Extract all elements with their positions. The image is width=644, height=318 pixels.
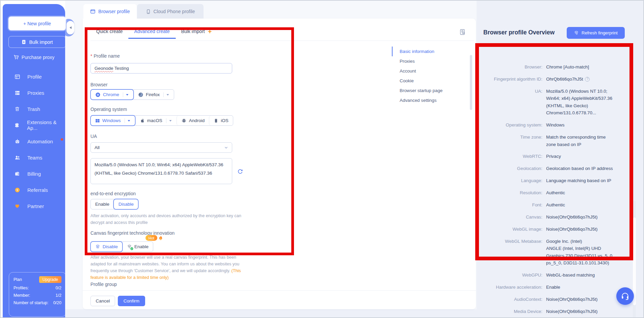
overview-scrollbar-thumb[interactable] (633, 218, 636, 305)
sidebar-item-extensions[interactable]: Extensions & Ap... (3, 117, 65, 133)
firefox-icon (138, 92, 143, 97)
sidebar-menu: Profile Proxies Trash Extensions & Ap...… (3, 68, 65, 214)
overview-row-value: Geolocation based on IP address (546, 165, 630, 172)
e2e-disable-button[interactable]: Disable (114, 199, 138, 209)
ua-textarea[interactable]: Mozilla/5.0 (Windows NT 10.0; Win64; x64… (90, 158, 232, 184)
robot-icon (14, 139, 20, 144)
support-button[interactable] (616, 287, 634, 305)
tab-quick-create[interactable]: Quick create (96, 29, 123, 34)
svg-text:$: $ (17, 189, 18, 192)
option-label: macOS (147, 118, 162, 123)
option-label: Windows (102, 118, 121, 123)
chevron-down-icon[interactable] (127, 119, 131, 122)
section-nav-account[interactable]: Account (392, 66, 466, 76)
sidebar-item-proxies[interactable]: Proxies (3, 85, 65, 101)
e2e-label: end-to-end encryption (90, 191, 136, 196)
option-label: Android (189, 118, 205, 123)
overview-row-label: Geolocation: (483, 165, 542, 172)
button-label: Refresh fingerprint (582, 30, 618, 35)
tab-cloud-phone-profile[interactable]: Cloud Phone profile (137, 4, 204, 19)
fingerprint-icon (95, 244, 100, 249)
footer-divider (83, 290, 476, 291)
browser-options: Chrome Firefox (90, 89, 174, 100)
profile-group-label: Profile group (90, 282, 117, 287)
refresh-fingerprint-button[interactable]: Refresh fingerprint (567, 27, 625, 39)
option-label: Enable (134, 244, 149, 249)
select-value: All (95, 145, 100, 150)
section-nav-proxies[interactable]: Proxies (392, 56, 466, 66)
hot-badge-label: Hot (145, 235, 157, 241)
ua-label: UA (90, 134, 97, 139)
overview-row-label: Resolution: (483, 189, 542, 196)
cancel-button[interactable]: Cancel (90, 296, 115, 306)
sidebar-item-billing[interactable]: Billing (3, 166, 65, 182)
os-option-macos[interactable]: macOS (135, 116, 177, 125)
bulk-import-button[interactable]: Bulk import (8, 36, 66, 48)
sidebar-item-trash[interactable]: Trash (3, 101, 65, 117)
browser-option-firefox[interactable]: Firefox (133, 90, 174, 99)
section-nav-basic-information[interactable]: Basic information (392, 47, 466, 56)
confirm-button[interactable]: Confirm (118, 296, 145, 306)
new-profile-button[interactable]: + New profile (8, 17, 66, 30)
section-nav-cookie[interactable]: Cookie (392, 76, 466, 86)
sidebar-item-label: Trash (27, 106, 40, 112)
plan-label: Plan (14, 277, 22, 282)
section-nav-advanced-settings[interactable]: Advanced settings (392, 95, 466, 105)
profile-name-input[interactable]: Geonode Testing (90, 63, 232, 74)
purchase-proxy-link[interactable]: Purchase proxy (3, 55, 65, 60)
plan-box: Plan Upgrade Profiles: 0/2 Member: 1/2 N… (9, 272, 66, 317)
chevron-down-icon[interactable] (169, 119, 172, 122)
chrome-icon (95, 92, 101, 97)
sidebar-item-partner[interactable]: Partner (3, 198, 65, 214)
tab-label: Browser profile (98, 9, 130, 14)
os-option-android[interactable]: Android (177, 116, 209, 125)
sidebar-item-label: Partner (27, 203, 44, 209)
help-icon[interactable]: ? (585, 77, 590, 82)
profile-preview-icon[interactable] (459, 29, 466, 35)
sidebar-collapse-button[interactable] (66, 21, 74, 34)
sidebar: + New profile Bulk import Purchase proxy… (3, 4, 65, 318)
overview-row-value: Windows (546, 121, 630, 128)
tab-advanced-create[interactable]: Advanced create (134, 29, 170, 34)
overview-row-value: Noise(OhrQb6ti6qo7hJ5t) (546, 308, 630, 315)
sidebar-item-teams[interactable]: Teams (3, 149, 65, 166)
overview-row-value: Match the corresponding time zone based … (546, 134, 630, 148)
overview-row-value: Authentic (546, 201, 630, 208)
sidebar-item-referrals[interactable]: $ Referrals (3, 182, 65, 198)
overview-row-value: Noise(OhrQb6ti6qo7hJ5t) (546, 226, 630, 233)
os-option-ios[interactable]: iOS (209, 116, 233, 125)
tab-browser-profile[interactable]: Browser profile (83, 4, 137, 19)
windows-icon (95, 118, 100, 123)
divider (125, 118, 125, 123)
overview-row-label: WebGL image: (483, 226, 542, 233)
overview-row-label: Hardware acceleration: (483, 284, 542, 291)
chevron-down-icon[interactable] (166, 93, 169, 96)
upgrade-button[interactable]: Upgrade (39, 276, 61, 283)
canvas-enable-button[interactable]: Enable (122, 242, 153, 252)
refresh-ua-icon[interactable] (237, 169, 243, 174)
tab-bulk-import[interactable]: Bulk import (181, 29, 212, 34)
ua-filter-select[interactable]: All (90, 142, 232, 153)
canvas-options: Disable Enable (90, 241, 153, 252)
startup-value: 0/20 (53, 300, 61, 305)
canvas-disable-button[interactable]: Disable (91, 242, 122, 252)
member-label: Member: (14, 293, 30, 298)
form-tabs: Quick create Advanced create Bulk import (96, 29, 212, 34)
e2e-enable-button[interactable]: Enable (91, 199, 114, 209)
os-label: Operating system (90, 107, 127, 112)
sidebar-item-profile[interactable]: Profile (3, 68, 65, 85)
sidebar-item-label: Billing (27, 171, 41, 177)
sidebar-item-label: Automation (27, 139, 53, 144)
member-value: 1/2 (56, 293, 61, 298)
chevron-down-icon[interactable] (126, 93, 129, 96)
sidebar-item-automation[interactable]: Automation (3, 133, 65, 149)
overview-row-label: Time zone: (483, 134, 542, 148)
cart-icon (14, 55, 19, 60)
overview-row-label: Fingerprint algorithm ID: (483, 76, 542, 83)
os-option-windows[interactable]: Windows (91, 116, 135, 125)
card-scrollbar-thumb[interactable] (470, 55, 472, 110)
fingerprint-icon (574, 30, 579, 35)
browser-option-chrome[interactable]: Chrome (91, 90, 133, 99)
overview-rows: Browser: Chrome [Auto-match] Fingerprint… (483, 63, 630, 315)
section-nav-browser-startup-page[interactable]: Browser startup page (392, 86, 466, 95)
